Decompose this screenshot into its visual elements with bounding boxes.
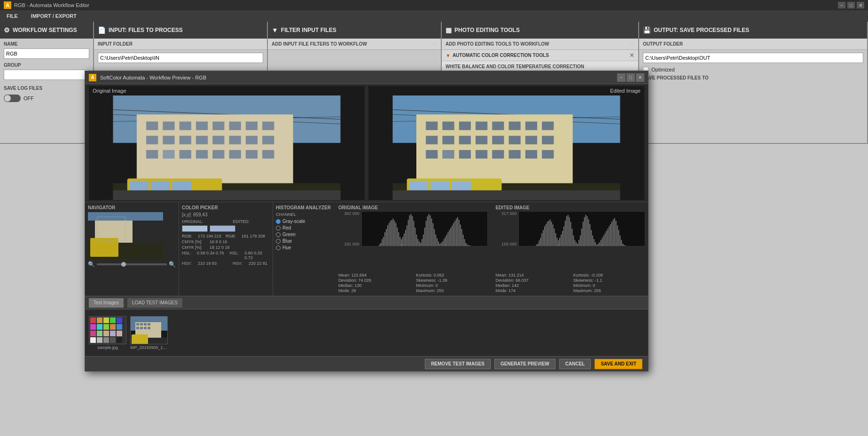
svg-rect-230 [97, 324, 102, 330]
group-input[interactable] [4, 70, 89, 80]
output-folder-input[interactable] [643, 53, 863, 63]
photo-add-subheader[interactable]: ADD PHOTO EDITING TOOLS TO WORKFLOW ▼ [442, 39, 638, 50]
svg-rect-176 [569, 217, 570, 246]
input-folder-input[interactable] [98, 53, 263, 63]
workflow-panel: ⚙ WORKFLOW SETTINGS NAME GROUP SAVE LOG … [0, 22, 94, 143]
svg-rect-93 [397, 228, 398, 246]
preview-window-controls[interactable]: − □ ✕ [617, 73, 644, 82]
channel-grayscale[interactable]: Gray-scale [276, 219, 331, 224]
svg-rect-145 [468, 245, 469, 246]
minimize-button[interactable]: − [838, 2, 845, 8]
group-label: GROUP [4, 63, 89, 68]
red-radio[interactable] [276, 226, 281, 230]
load-test-images-button[interactable]: LOAD TEST IMAGES [127, 298, 182, 308]
name-input[interactable] [4, 48, 89, 59]
remove-test-images-button[interactable]: REMOVE TEST IMAGES [425, 359, 491, 369]
zoom-slider[interactable] [97, 263, 167, 265]
svg-rect-57 [542, 136, 554, 144]
preview-minimize-button[interactable]: − [617, 73, 626, 82]
toggle-track[interactable] [4, 95, 21, 102]
blue-radio[interactable] [276, 239, 281, 244]
svg-rect-196 [596, 245, 597, 246]
thumbnail-sample[interactable]: sample.jpg [89, 316, 126, 350]
menu-file[interactable]: FILE [4, 12, 21, 20]
svg-rect-251 [140, 327, 143, 329]
swatch-row [182, 225, 270, 232]
color-picker-panel: COLOR PICKER [x,y]: 659,43 ORIGINAL: EDI… [179, 202, 273, 296]
histogram-panel: HISTOGRAM ANALYZER CHANNEL Gray-scale Re… [273, 202, 648, 296]
cmyk-edit-value: 18 12 0 18 [210, 245, 235, 250]
restore-button[interactable]: □ [847, 2, 855, 8]
white-balance-label: WHITE BALANCE AND COLOR TEMPERATURE CORR… [446, 64, 584, 69]
photo-add-label: ADD PHOTO EDITING TOOLS TO WORKFLOW [446, 41, 549, 47]
preview-restore-button[interactable]: □ [626, 73, 635, 82]
menu-import-export[interactable]: IMPORT / EXPORT [28, 12, 79, 20]
svg-text:128: 128 [579, 244, 584, 246]
hue-radio[interactable] [276, 246, 281, 250]
titlebar-left: A RGB - Automata Workflow Editor [4, 1, 89, 9]
edited-histogram-svg: 0 64 128 192 255 [518, 211, 645, 246]
optimized-row: Optimized [643, 67, 863, 72]
filter-subheader[interactable]: ADD INPUT FILE FILTERS TO WORKFLOW ▼ [268, 39, 441, 50]
svg-rect-187 [584, 217, 585, 246]
svg-rect-207 [611, 222, 612, 246]
green-label: Green [282, 232, 296, 237]
original-color-swatch [182, 225, 208, 232]
save-exit-button[interactable]: SAVE AND EXIT [594, 359, 642, 369]
main-content: ⚙ WORKFLOW SETTINGS NAME GROUP SAVE LOG … [0, 22, 868, 436]
channel-red[interactable]: Red [276, 225, 331, 230]
edit-kurtosis: Kurtosis: -0.108 [573, 273, 645, 277]
svg-rect-91 [394, 221, 395, 246]
save-log-toggle[interactable]: OFF [4, 95, 34, 102]
channel-selector: HISTOGRAM ANALYZER CHANNEL Gray-scale Re… [276, 205, 331, 293]
test-images-tab[interactable]: Test Images [89, 298, 124, 308]
svg-rect-175 [568, 215, 569, 246]
save-processed-label: SAVE PROCESSED FILES TO [643, 75, 863, 80]
svg-rect-247 [140, 323, 143, 325]
tool-expand-icon[interactable]: ▼ [446, 53, 451, 58]
channel-hue[interactable]: Hue [276, 245, 331, 250]
tool-close-button[interactable]: ✕ [629, 52, 634, 59]
svg-rect-83 [383, 237, 384, 246]
rgb-edit-label: RGB: [226, 234, 240, 238]
svg-text:255: 255 [462, 244, 467, 246]
original-hist-chart-area: 362 000 181 000 [338, 211, 488, 272]
svg-rect-36 [113, 190, 341, 200]
titlebar-controls[interactable]: − □ ✕ [838, 2, 864, 8]
svg-rect-101 [408, 220, 409, 246]
svg-rect-87 [389, 223, 390, 246]
svg-rect-174 [566, 216, 567, 246]
preview-close-button[interactable]: ✕ [636, 73, 644, 82]
grayscale-radio[interactable] [276, 219, 281, 224]
navigator-controls: 🔍 🔍 [88, 261, 176, 268]
svg-rect-21 [146, 150, 158, 159]
generate-preview-button[interactable]: GENERATE PREVIEW [494, 359, 555, 369]
svg-rect-163 [551, 222, 552, 246]
svg-rect-182 [577, 244, 578, 246]
svg-rect-62 [492, 150, 504, 159]
svg-rect-188 [586, 215, 586, 246]
filter-add-label: ADD INPUT FILE FILTERS TO WORKFLOW [272, 41, 367, 47]
rgb-row: RGB: 173 194 215 RGB: 161 178 208 [182, 234, 270, 238]
close-button[interactable]: ✕ [857, 2, 864, 8]
thumbnail-sample-img[interactable] [89, 316, 126, 344]
svg-rect-55 [509, 136, 521, 144]
orig-edit-row: ORIGINAL: EDITED: [182, 219, 270, 224]
svg-rect-89 [391, 220, 392, 246]
svg-rect-192 [591, 230, 592, 246]
svg-rect-189 [587, 216, 588, 246]
thumbnail-building[interactable]: WP_20150905_19_50_49_P... [130, 316, 168, 350]
blue-label: Blue [282, 238, 292, 244]
thumbnail-building-img[interactable] [130, 316, 168, 344]
preview-window: A SoftColor Automata - Workflow Preview … [85, 71, 649, 372]
channel-blue[interactable]: Blue [276, 238, 331, 244]
svg-rect-28 [262, 150, 274, 159]
svg-rect-45 [476, 121, 487, 130]
green-radio[interactable] [276, 232, 281, 237]
channel-green[interactable]: Green [276, 232, 331, 237]
svg-text:64: 64 [557, 244, 560, 246]
svg-text:192: 192 [599, 244, 604, 246]
svg-rect-90 [393, 219, 394, 246]
orig-maximum: Maximum: 255 [416, 288, 488, 293]
cancel-button[interactable]: CANCEL [559, 359, 591, 369]
